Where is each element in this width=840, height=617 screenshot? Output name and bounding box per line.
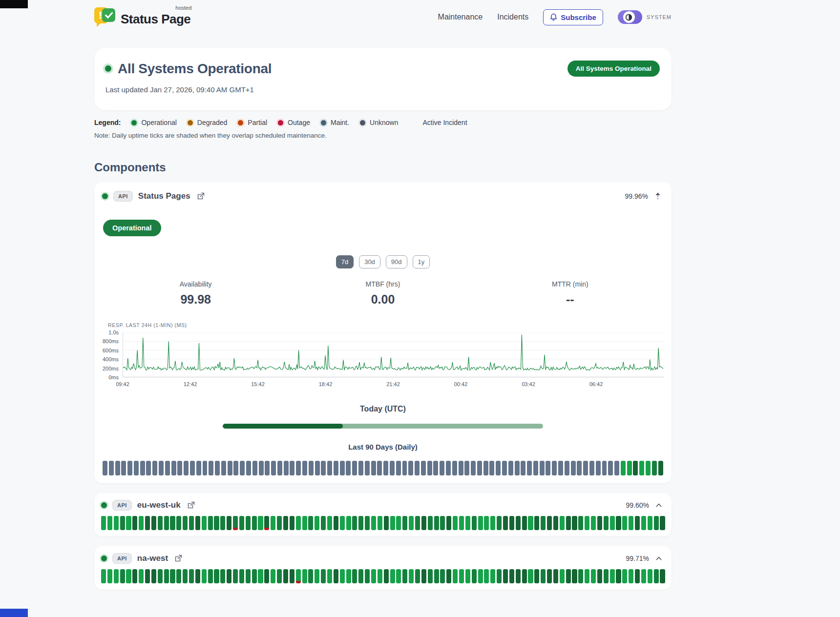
uptime-day-tick[interactable]: [321, 516, 326, 530]
uptime-day-tick[interactable]: [195, 569, 200, 583]
uptime-day-tick[interactable]: [365, 569, 370, 583]
uptime-day-tick[interactable]: [402, 516, 407, 530]
uptime-day-tick[interactable]: [453, 569, 458, 583]
uptime-day-tick[interactable]: [616, 516, 621, 530]
uptime-day-tick[interactable]: [264, 516, 269, 530]
range-button-30d[interactable]: 30d: [359, 255, 380, 268]
uptime-day-tick[interactable]: [365, 516, 370, 530]
uptime-day-tick[interactable]: [577, 461, 582, 475]
uptime-day-tick[interactable]: [477, 461, 482, 475]
uptime-day-tick[interactable]: [440, 516, 445, 530]
expand-chevron-icon[interactable]: [656, 556, 662, 560]
uptime-day-tick[interactable]: [107, 516, 112, 530]
uptime-day-tick[interactable]: [290, 461, 294, 475]
uptime-day-tick[interactable]: [121, 461, 126, 475]
uptime-day-tick[interactable]: [521, 461, 525, 475]
uptime-day-tick[interactable]: [277, 461, 282, 475]
uptime-day-tick[interactable]: [208, 569, 213, 583]
uptime-day-tick[interactable]: [402, 569, 407, 583]
external-link-icon[interactable]: [187, 501, 195, 509]
uptime-day-tick[interactable]: [109, 461, 114, 475]
uptime-day-tick[interactable]: [196, 461, 201, 475]
uptime-day-tick[interactable]: [534, 569, 539, 583]
uptime-day-tick[interactable]: [271, 569, 275, 583]
uptime-day-tick[interactable]: [315, 516, 319, 530]
uptime-day-tick[interactable]: [158, 516, 163, 530]
uptime-day-tick[interactable]: [259, 461, 264, 475]
uptime-day-tick[interactable]: [633, 461, 638, 475]
uptime-day-tick[interactable]: [352, 569, 357, 583]
uptime-day-tick[interactable]: [396, 461, 401, 475]
uptime-day-tick[interactable]: [558, 461, 563, 475]
uptime-day-tick[interactable]: [165, 461, 170, 475]
uptime-day-tick[interactable]: [114, 569, 119, 583]
uptime-day-tick[interactable]: [340, 569, 345, 583]
uptime-day-tick[interactable]: [552, 461, 557, 475]
uptime-day-tick[interactable]: [220, 569, 225, 583]
collapse-arrow-icon[interactable]: [655, 192, 661, 201]
uptime-day-tick[interactable]: [509, 569, 514, 583]
uptime-day-tick[interactable]: [608, 461, 613, 475]
uptime-day-tick[interactable]: [452, 461, 457, 475]
uptime-day-tick[interactable]: [560, 516, 565, 530]
uptime-day-tick[interactable]: [164, 569, 169, 583]
uptime-day-tick[interactable]: [472, 569, 477, 583]
uptime-day-tick[interactable]: [233, 516, 238, 530]
uptime-day-tick[interactable]: [415, 569, 420, 583]
uptime-day-tick[interactable]: [308, 569, 313, 583]
uptime-day-tick[interactable]: [402, 461, 407, 475]
uptime-day-tick[interactable]: [478, 569, 483, 583]
uptime-day-tick[interactable]: [614, 461, 619, 475]
uptime-day-tick[interactable]: [321, 461, 326, 475]
uptime-day-tick[interactable]: [622, 516, 627, 530]
uptime-day-tick[interactable]: [604, 569, 609, 583]
uptime-day-tick[interactable]: [578, 516, 583, 530]
uptime-day-tick[interactable]: [421, 516, 426, 530]
uptime-day-tick[interactable]: [240, 461, 245, 475]
uptime-day-tick[interactable]: [203, 461, 208, 475]
uptime-day-tick[interactable]: [483, 461, 488, 475]
uptime-day-tick[interactable]: [302, 461, 307, 475]
uptime-day-tick[interactable]: [440, 461, 444, 475]
uptime-day-tick[interactable]: [610, 516, 615, 530]
uptime-day-tick[interactable]: [528, 569, 533, 583]
uptime-day-tick[interactable]: [484, 569, 489, 583]
uptime-day-tick[interactable]: [409, 569, 414, 583]
uptime-ticks-na-west[interactable]: [101, 569, 665, 583]
uptime-day-tick[interactable]: [503, 516, 508, 530]
uptime-day-tick[interactable]: [296, 516, 301, 530]
uptime-day-tick[interactable]: [132, 516, 137, 530]
uptime-day-tick[interactable]: [522, 516, 527, 530]
uptime-day-tick[interactable]: [120, 516, 125, 530]
uptime-day-tick[interactable]: [258, 516, 263, 530]
uptime-day-tick[interactable]: [465, 516, 470, 530]
uptime-day-tick[interactable]: [227, 516, 231, 530]
uptime-day-tick[interactable]: [334, 569, 338, 583]
uptime-day-tick[interactable]: [660, 569, 665, 583]
uptime-day-tick[interactable]: [478, 516, 483, 530]
theme-toggle[interactable]: [618, 10, 642, 24]
uptime-day-tick[interactable]: [578, 569, 583, 583]
uptime-day-tick[interactable]: [159, 461, 164, 475]
uptime-day-tick[interactable]: [597, 569, 602, 583]
uptime-day-tick[interactable]: [434, 569, 439, 583]
uptime-day-tick[interactable]: [533, 461, 538, 475]
uptime-day-tick[interactable]: [566, 569, 571, 583]
uptime-day-tick[interactable]: [415, 461, 420, 475]
uptime-day-tick[interactable]: [265, 461, 270, 475]
uptime-day-tick[interactable]: [428, 516, 433, 530]
uptime-day-tick[interactable]: [396, 516, 401, 530]
uptime-day-tick[interactable]: [371, 461, 376, 475]
uptime-day-tick[interactable]: [183, 569, 188, 583]
uptime-day-tick[interactable]: [591, 516, 596, 530]
uptime-day-tick[interactable]: [427, 461, 432, 475]
uptime-day-tick[interactable]: [115, 461, 120, 475]
uptime-day-tick[interactable]: [396, 569, 401, 583]
uptime-day-tick[interactable]: [164, 516, 169, 530]
uptime-day-tick[interactable]: [340, 461, 345, 475]
uptime-day-tick[interactable]: [208, 516, 213, 530]
uptime-day-tick[interactable]: [433, 461, 438, 475]
uptime-day-tick[interactable]: [648, 516, 652, 530]
uptime-day-tick[interactable]: [283, 569, 288, 583]
uptime-day-tick[interactable]: [221, 461, 226, 475]
